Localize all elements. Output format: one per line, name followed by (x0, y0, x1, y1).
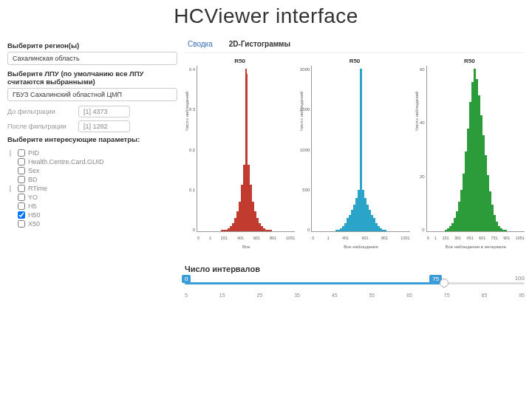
slider-title: Число интервалов (185, 265, 525, 273)
param-label: H5 (28, 202, 37, 210)
chevron-icon: | (7, 149, 13, 157)
param-row[interactable]: H50 (7, 211, 177, 219)
param-row[interactable]: |PID (7, 149, 177, 157)
y-label: Число наблюдений (415, 92, 419, 131)
param-checkbox[interactable] (18, 158, 25, 166)
plot-area: Число наблюдений014016018011001Все наблю… (311, 66, 409, 232)
plot-area: Число наблюдений012014016018011051Все (197, 66, 295, 232)
plot-area: Число наблюдений011513014516017519011051… (426, 66, 525, 232)
y-label: Число наблюдений (185, 92, 189, 131)
after-filter-label: После фильтрации (7, 123, 74, 130)
param-row[interactable]: Sex (7, 167, 177, 174)
slider-tick: 85 (481, 293, 487, 298)
param-checkbox[interactable] (18, 194, 25, 201)
slider-tick: 15 (219, 293, 225, 298)
param-row[interactable]: |RTime (7, 185, 177, 192)
param-label: X50 (28, 220, 40, 228)
params-label: Выберите интересующие параметры: (7, 135, 177, 143)
slide-title: HCViewer interface (0, 0, 532, 38)
tabs: Сводка2D-Гистограммы (185, 38, 525, 53)
slider-max-label: 100 (515, 275, 525, 282)
param-row[interactable]: H5 (7, 202, 177, 210)
charts-row: R500.40.30.20.10Число наблюдений01201401… (185, 58, 525, 242)
interval-slider[interactable]: 0 75 100 (185, 276, 525, 291)
param-label: YO (28, 194, 38, 201)
before-filter-value: [1] 4373 (78, 106, 130, 117)
slider-tick: 95 (519, 293, 525, 298)
lpu-label: Выберите ЛПУ (по умолчанию все ЛПУ счита… (7, 69, 177, 86)
region-select[interactable]: Сахалинская область (7, 52, 177, 65)
param-row[interactable]: YO (7, 194, 177, 201)
param-checkbox[interactable] (18, 167, 25, 174)
sidebar: Выберите регион(ы) Сахалинская область В… (7, 38, 185, 298)
lpu-value: ГБУЗ Сахалинский областной ЦМП (13, 91, 122, 98)
main-panel: Сводка2D-Гистограммы R500.40.30.20.10Чис… (185, 38, 525, 298)
slider-section: Число интервалов 0 75 100 51525354555657… (185, 265, 525, 298)
param-label: RTime (28, 185, 47, 192)
x-label: Все (197, 245, 295, 249)
chart-title: R50 (464, 58, 475, 64)
slider-ticks: 5152535455565758595 (185, 293, 525, 298)
slider-tick: 75 (444, 293, 450, 298)
param-label: Sex (28, 167, 40, 174)
param-checkbox[interactable] (18, 185, 25, 192)
x-axis: 012014016018011051 (197, 236, 295, 240)
slider-tick: 35 (294, 293, 300, 298)
param-row[interactable]: X50 (7, 220, 177, 228)
region-value: Сахалинская область (13, 55, 80, 62)
x-label: Все наблюдения в интервале (427, 245, 525, 249)
chart-title: R50 (349, 58, 361, 64)
slider-tick: 5 (185, 293, 188, 298)
slider-tick: 55 (369, 293, 375, 298)
x-label: Все наблюдения (312, 245, 409, 249)
chart-title: R50 (234, 58, 245, 64)
param-label: PID (28, 149, 39, 157)
param-checkbox[interactable] (18, 202, 25, 210)
chart-0: R500.40.30.20.10Число наблюдений01201401… (185, 58, 295, 242)
slider-fill (185, 282, 440, 284)
slider-tick: 25 (256, 293, 262, 298)
region-label: Выберите регион(ы) (7, 41, 177, 50)
param-row[interactable]: BD (7, 176, 177, 183)
y-label: Число наблюдений (299, 92, 304, 131)
chart-1: R502000150010005000Число наблюдений01401… (299, 58, 409, 242)
slider-handle[interactable] (440, 279, 449, 287)
tab-Сводка[interactable]: Сводка (185, 38, 216, 50)
lpu-select[interactable]: ГБУЗ Сахалинский областной ЦМП (7, 88, 177, 101)
param-label: BD (28, 176, 38, 183)
params-list: |PIDHealth.Centre.Card.GUIDSexBD|RTimeYO… (7, 149, 177, 228)
tab-2D-Гистограммы[interactable]: 2D-Гистограммы (226, 38, 293, 50)
chart-2: R506040200Число наблюдений01151301451601… (415, 58, 525, 242)
param-label: Health.Centre.Card.GUID (28, 158, 104, 166)
slider-tick: 45 (332, 293, 338, 298)
before-filter-label: До фильтрации (7, 108, 74, 115)
param-row[interactable]: Health.Centre.Card.GUID (7, 158, 177, 166)
chevron-icon: | (7, 185, 13, 192)
after-filter-value: [1] 1282 (78, 120, 130, 132)
param-label: H50 (28, 211, 41, 219)
x-axis: 014016018011001 (312, 236, 409, 240)
param-checkbox[interactable] (18, 176, 25, 183)
app-frame: Выберите регион(ы) Сахалинская область В… (0, 38, 532, 298)
x-axis: 011513014516017519011051 (427, 236, 525, 240)
param-checkbox[interactable] (18, 149, 25, 157)
param-checkbox[interactable] (18, 211, 25, 219)
slider-tick: 65 (406, 293, 412, 298)
param-checkbox[interactable] (18, 220, 25, 228)
